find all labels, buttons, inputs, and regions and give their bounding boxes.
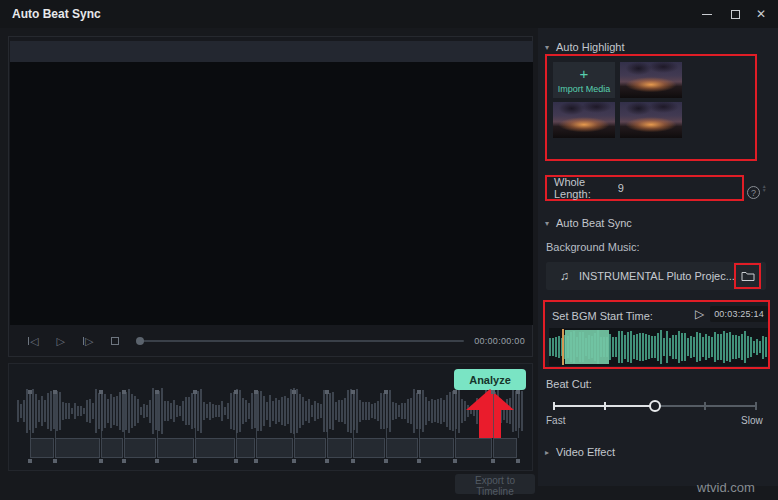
media-grid: + Import Media — [553, 62, 753, 138]
bgm-start-time: 00:03:25:14 — [710, 306, 768, 322]
beat-segment[interactable] — [195, 438, 235, 458]
slider-tick — [704, 402, 706, 410]
media-thumbnail[interactable] — [620, 102, 682, 138]
auto-beat-sync-title: Auto Beat Sync — [556, 217, 632, 229]
beat-marker[interactable] — [453, 459, 457, 463]
help-icon[interactable]: ? — [747, 186, 760, 199]
beat-marker[interactable] — [417, 459, 421, 463]
browse-music-button[interactable] — [734, 263, 761, 289]
beat-segment[interactable] — [157, 438, 194, 458]
beat-marker[interactable] — [122, 459, 126, 463]
preview-timecode: 00:00:00:00 — [474, 336, 525, 346]
video-effect-section-header[interactable]: ▸ Video Effect — [545, 446, 615, 458]
step-bar-icon — [83, 337, 84, 345]
video-effect-title: Video Effect — [556, 446, 615, 458]
previous-frame-button[interactable]: ◁ — [28, 335, 38, 348]
beat-segment[interactable] — [493, 438, 517, 458]
stop-icon — [111, 337, 119, 345]
chevron-down-icon: ▾ — [545, 43, 549, 52]
beat-segment[interactable] — [455, 438, 492, 458]
beat-line — [518, 394, 519, 438]
slider-tick — [604, 402, 606, 410]
background-music-label: Background Music: — [546, 241, 640, 253]
beat-marker[interactable] — [491, 459, 495, 463]
media-thumbnail[interactable] — [553, 102, 615, 138]
chevron-right-icon: ▸ — [545, 448, 549, 457]
beat-line — [157, 394, 158, 438]
beat-segment[interactable] — [353, 438, 385, 458]
bgm-start-label: Set BGM Start Time: — [552, 310, 653, 322]
beat-line — [386, 394, 387, 438]
stop-button[interactable] — [111, 337, 119, 345]
whole-length-input[interactable] — [616, 181, 762, 195]
beat-segment[interactable] — [294, 438, 326, 458]
stepper-down-icon[interactable]: ▼ — [762, 188, 767, 192]
bgm-play-button[interactable]: ▷ — [695, 307, 704, 321]
music-track-row[interactable]: ♫ INSTRUMENTAL Pluto Projec... — [546, 262, 766, 290]
auto-beat-sync-section-header[interactable]: ▾ Auto Beat Sync — [545, 217, 632, 229]
beat-segment[interactable] — [327, 438, 351, 458]
beat-line — [493, 394, 494, 438]
beat-marker[interactable] — [99, 459, 103, 463]
audio-analysis-panel: Analyze — [8, 363, 533, 471]
auto-highlight-section-header[interactable]: ▾ Auto Highlight — [545, 41, 625, 53]
import-media-button[interactable]: + Import Media — [553, 62, 615, 98]
import-media-label: Import Media — [558, 84, 611, 94]
settings-panel: ▾ Auto Highlight + Import Media Whole Le… — [538, 28, 778, 486]
beat-segment[interactable] — [419, 438, 454, 458]
beat-marker[interactable] — [155, 459, 159, 463]
thumbnail-image — [620, 102, 682, 118]
beat-line — [256, 394, 257, 438]
seek-handle[interactable] — [136, 337, 144, 345]
beat-marker[interactable] — [193, 459, 197, 463]
beat-marker[interactable] — [53, 459, 57, 463]
beat-segment[interactable] — [55, 438, 100, 458]
next-frame-icon: ▷ — [85, 335, 93, 348]
plus-icon: + — [580, 67, 589, 81]
seek-bar[interactable] — [137, 340, 464, 342]
beat-segment[interactable] — [236, 438, 255, 458]
beat-marker[interactable] — [28, 459, 32, 463]
beat-marker[interactable] — [384, 459, 388, 463]
beat-cut-slider[interactable] — [553, 399, 757, 413]
whole-length-label: Whole Length: — [554, 176, 591, 200]
beat-line — [455, 394, 456, 438]
waveform-playhead[interactable] — [562, 329, 564, 365]
chevron-down-icon: ▾ — [545, 219, 549, 228]
next-frame-button[interactable]: ▷ — [83, 335, 93, 348]
previous-frame-icon: ◁ — [30, 335, 38, 348]
beat-marker[interactable] — [234, 459, 238, 463]
title-bar: Auto Beat Sync ✕ — [0, 0, 778, 28]
audio-waveform — [17, 386, 526, 436]
play-button[interactable]: ▷ — [56, 335, 64, 348]
export-to-timeline-button[interactable]: Export to Timeline — [455, 474, 535, 494]
beat-marker[interactable] — [325, 459, 329, 463]
slider-tick — [755, 402, 757, 410]
beat-segment[interactable] — [30, 438, 54, 458]
analyze-button[interactable]: Analyze — [454, 369, 526, 390]
close-button[interactable]: ✕ — [746, 0, 776, 28]
beat-segment[interactable] — [256, 438, 293, 458]
step-bar-icon — [28, 337, 29, 345]
beat-line — [294, 394, 295, 438]
beat-cut-label: Beat Cut: — [546, 378, 592, 390]
beat-segment[interactable] — [101, 438, 123, 458]
beat-marker[interactable] — [516, 459, 520, 463]
bgm-waveform[interactable] — [549, 328, 768, 366]
bgm-start-highlight-box: Set BGM Start Time: ▷ 00:03:25:14 — [543, 300, 770, 369]
slider-track-empty[interactable] — [655, 405, 757, 407]
beat-segment[interactable] — [124, 438, 156, 458]
slider-handle[interactable] — [649, 400, 661, 412]
beat-marker[interactable] — [351, 459, 355, 463]
beat-marker[interactable] — [292, 459, 296, 463]
media-thumbnail[interactable] — [620, 62, 682, 98]
beat-line — [55, 394, 56, 438]
watermark: wtvid.com — [697, 480, 755, 495]
beat-line — [353, 394, 354, 438]
waveform-selection[interactable] — [565, 330, 609, 364]
folder-icon — [741, 270, 755, 282]
beat-marker[interactable] — [254, 459, 258, 463]
minimize-button[interactable] — [692, 0, 722, 28]
whole-length-stepper[interactable]: ▲ ▼ — [762, 184, 767, 192]
beat-segment[interactable] — [386, 438, 418, 458]
